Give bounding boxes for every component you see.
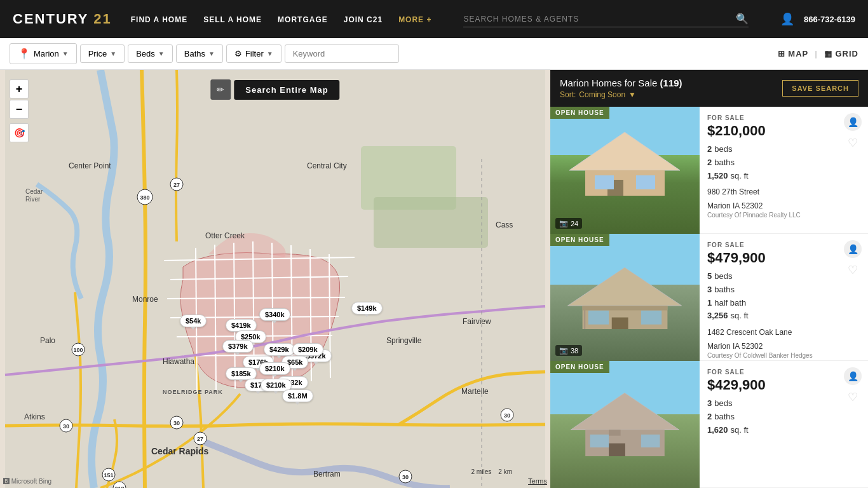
price-marker[interactable]: $209k [292,343,323,356]
price-filter[interactable]: Price ▼ [80,44,125,63]
beds-count-2: 5 [707,270,712,283]
open-house-badge-3: OPEN HOUSE [550,361,609,373]
beds-filter[interactable]: Beds ▼ [128,44,173,63]
search-icon[interactable]: 🔍 [736,13,749,25]
sort-value[interactable]: Coming Soon [579,90,625,99]
svg-rect-75 [609,430,620,435]
search-entire-map-button[interactable]: Search Entire Map [234,80,339,100]
listing-address-2: 1482 Crescent Oak Lane [707,328,860,337]
svg-text:Cedar: Cedar [25,188,43,195]
location-value: Marion [34,49,59,58]
beds-label-2: beds [714,270,732,283]
svg-text:NOELRIDGE PARK: NOELRIDGE PARK [163,389,223,395]
svg-text:Center Point: Center Point [69,161,111,170]
svg-text:30: 30 [63,423,69,430]
map-terms-link[interactable]: Terms [528,477,547,485]
listing-specs-3: 3 beds 2 baths 1,620 sq. ft [707,397,860,437]
listing-courtesy-2: Courtesy Of Coldwell Banker Hedges [707,352,860,359]
listing-card-3: OPEN HOUSE FOR SALE $429,900 [550,361,868,488]
listing-status-1: FOR SALE [707,114,860,121]
sort-label: Sort: [560,90,576,99]
svg-text:30: 30 [504,412,510,419]
price-marker[interactable]: $210k [259,362,290,375]
listings-scroll[interactable]: OPEN HOUSE 📷 24 FOR SALE [550,107,868,488]
listing-info-2: FOR SALE $479,900 5 beds 3 baths 1 [700,234,868,360]
search-entire-map-bar: ✏ Search Entire Map [210,79,339,100]
save-search-button[interactable]: SAVE SEARCH [782,80,858,97]
listing-image-2[interactable]: OPEN HOUSE 📷 38 [550,234,700,361]
listing-image-1[interactable]: OPEN HOUSE 📷 24 [550,107,700,234]
half-baths-label-2: half bath [714,297,746,310]
map-view-label[interactable]: ⊞ MAP [778,49,809,58]
svg-text:Martelle: Martelle [461,387,489,396]
svg-text:Hiawatha: Hiawatha [163,357,194,366]
svg-text:Atkins: Atkins [24,412,45,421]
contact-button-3[interactable]: 👤 [844,367,862,385]
price-marker[interactable]: $54k [180,315,207,327]
global-search-bar: 🔍 [463,11,749,27]
contact-button-1[interactable]: 👤 [844,113,862,131]
sqft-label-3: sq. ft [731,424,749,437]
sort-arrow-icon: ▼ [628,90,636,99]
zoom-in-button[interactable]: + [10,79,29,98]
contact-button-2[interactable]: 👤 [844,240,862,258]
grid-view-label[interactable]: ▦ GRID [824,49,858,58]
filter-label: Filter [245,49,264,58]
logo-21: 21 [93,11,111,27]
listing-specs-1: 2 beds 2 baths 1,520 sq. ft [707,143,860,182]
sqft-label-1: sq. ft [731,170,749,183]
phone-number[interactable]: 866-732-6139 [804,15,855,24]
logo[interactable]: CENTURY 21 [13,11,112,27]
sqft-label-2: sq. ft [731,309,749,323]
price-dropdown-arrow: ▼ [110,50,116,57]
baths-label-1: baths [714,156,735,170]
nav-more[interactable]: MORE + [398,15,431,24]
favorite-button-1[interactable]: ♡ [848,136,858,150]
listing-actions-1: 👤 ♡ [844,113,862,150]
favorite-button-3[interactable]: ♡ [848,390,858,404]
baths-label: Baths [184,49,205,58]
favorite-button-2[interactable]: ♡ [848,263,858,277]
svg-text:151: 151 [104,472,113,478]
price-marker[interactable]: $185k [226,367,257,380]
location-button[interactable]: 🎯 [10,123,29,142]
svg-text:Fairview: Fairview [463,317,491,326]
map-container[interactable]: 380 27 100 27 30 218 151 30 30 3 [0,70,550,488]
price-marker[interactable]: $340k [259,308,290,321]
logo-century: CENTURY [13,11,88,27]
zoom-out-button[interactable]: − [10,100,29,119]
main-content: 380 27 100 27 30 218 151 30 30 3 [0,70,868,488]
price-marker[interactable]: $1.8M [282,390,313,402]
filter-button[interactable]: ⚙ Filter ▼ [226,44,281,63]
location-filter[interactable]: 📍 Marion ▼ [10,43,77,64]
beds-label: Beds [136,49,155,58]
price-marker[interactable]: $149k [351,302,383,315]
nav-sell-home[interactable]: SELL A HOME [203,15,262,24]
global-search-input[interactable] [463,11,736,27]
svg-rect-66 [588,310,609,324]
baths-filter[interactable]: Baths ▼ [176,44,223,63]
map-grid-icon: ⊞ [778,49,785,58]
svg-marker-63 [568,268,682,306]
camera-icon-2: 📷 [559,346,568,355]
svg-text:Springville: Springville [386,336,422,345]
price-marker[interactable]: $419k [226,319,257,332]
half-baths-count-2: 1 [707,297,712,310]
listing-image-3[interactable]: OPEN HOUSE [550,361,700,488]
listings-count: (119) [660,78,682,88]
svg-text:Bertram: Bertram [313,470,341,478]
price-marker[interactable]: $379k [222,340,254,353]
scale-km: 2 km [498,468,512,475]
baths-label-2: baths [714,283,735,297]
listing-actions-2: 👤 ♡ [844,240,862,277]
user-icon[interactable]: 👤 [780,12,794,26]
nav-mortgage[interactable]: MORTGAGE [278,15,328,24]
nav-find-home[interactable]: FIND A HOME [131,15,187,24]
location-icon: 📍 [18,48,31,60]
edit-map-button[interactable]: ✏ [210,79,231,100]
price-marker[interactable]: $429k [264,343,295,356]
listing-status-3: FOR SALE [707,369,860,376]
nav-join-c21[interactable]: JOIN C21 [344,15,383,24]
svg-rect-17 [374,197,488,248]
keyword-input[interactable] [285,44,399,63]
